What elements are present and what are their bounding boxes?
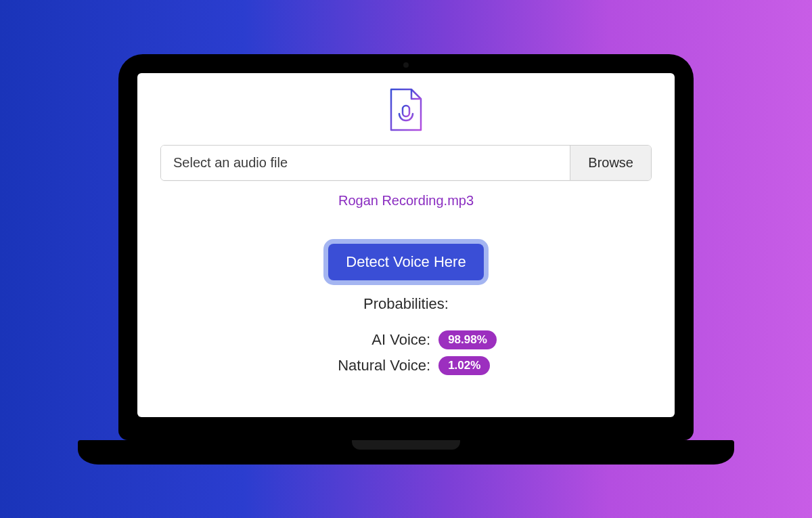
ai-voice-label: AI Voice:: [315, 331, 430, 349]
laptop-camera-dot: [403, 62, 409, 68]
laptop-screen-frame: Select an audio file Browse Rogan Record…: [118, 54, 694, 440]
file-picker: Select an audio file Browse: [160, 145, 652, 181]
laptop-trackpad-notch: [352, 440, 460, 450]
result-row-natural: Natural Voice: 1.02%: [315, 356, 490, 375]
natural-voice-label: Natural Voice:: [315, 357, 430, 374]
app-screen: Select an audio file Browse Rogan Record…: [137, 73, 675, 417]
natural-voice-value-pill: 1.02%: [438, 356, 490, 375]
browse-button[interactable]: Browse: [570, 146, 651, 180]
detect-voice-button[interactable]: Detect Voice Here: [328, 244, 483, 280]
laptop-base: [78, 440, 734, 465]
audio-file-icon: [388, 88, 424, 133]
results-block: AI Voice: 98.98% Natural Voice: 1.02%: [315, 330, 497, 375]
probabilities-heading: Probabilities:: [363, 295, 449, 313]
result-row-ai: AI Voice: 98.98%: [315, 330, 497, 349]
laptop-mockup: Select an audio file Browse Rogan Record…: [118, 54, 694, 465]
svg-rect-0: [403, 106, 409, 116]
ai-voice-value-pill: 98.98%: [438, 330, 497, 349]
file-input[interactable]: Select an audio file: [161, 146, 570, 180]
selected-filename[interactable]: Rogan Recording.mp3: [338, 193, 474, 209]
